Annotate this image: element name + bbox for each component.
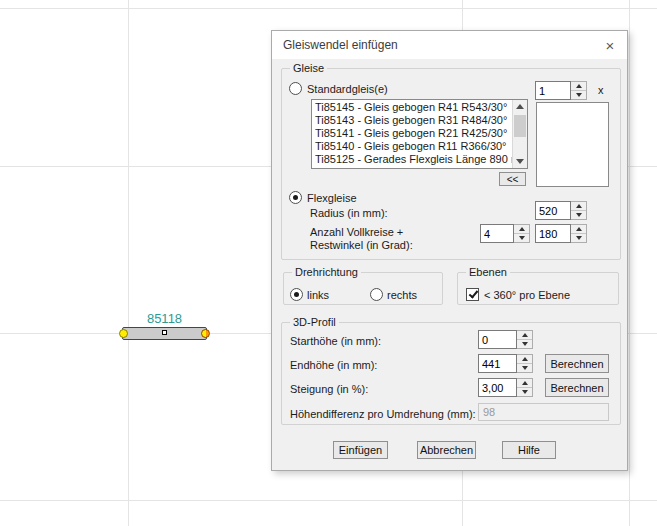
track-endpoint-left[interactable]	[119, 329, 128, 338]
scroll-up-icon[interactable]	[513, 100, 527, 113]
move-left-button[interactable]: <<	[499, 172, 526, 186]
spin-up-icon[interactable]	[517, 355, 532, 364]
spin-down-icon[interactable]	[517, 388, 532, 396]
radio-links-label[interactable]: links	[307, 289, 329, 301]
vollkreise-label-line1: Anzahl Vollkreise +	[310, 226, 403, 238]
restwinkel-input[interactable]	[535, 224, 571, 243]
list-item[interactable]: Ti85140 - Gleis gebogen R11 R366/30°	[315, 140, 512, 153]
close-icon[interactable]: ×	[593, 31, 627, 59]
dialog-title: Gleiswendel einfügen	[283, 38, 398, 52]
endhoehe-label: Endhöhe (in mm):	[290, 359, 377, 371]
vollkreise-stepper	[480, 224, 530, 243]
berechnen-steigung-button[interactable]: Berechnen	[545, 378, 609, 397]
spin-down-icon[interactable]	[517, 340, 532, 348]
steigung-label: Steigung (in %):	[290, 383, 368, 395]
restwinkel-stepper	[535, 224, 587, 243]
starthoehe-label: Starthöhe (in mm):	[290, 335, 381, 347]
starthoehe-stepper	[478, 330, 533, 349]
gridline-horizontal	[0, 500, 657, 501]
spin-down-icon[interactable]	[517, 364, 532, 372]
spin-up-icon[interactable]	[571, 82, 586, 91]
hoehendifferenz-value: 98	[478, 403, 609, 421]
checkbox-360-label[interactable]: < 360° pro Ebene	[484, 289, 570, 301]
spin-down-icon[interactable]	[571, 211, 586, 219]
radio-standardgleise-label[interactable]: Standardgleis(e)	[307, 83, 388, 95]
vollkreise-input[interactable]	[480, 224, 514, 243]
radio-flexgleise[interactable]	[289, 191, 302, 204]
radius-label: Radius (in mm):	[310, 207, 388, 219]
radio-links[interactable]	[290, 288, 303, 301]
group-ebenen-label: Ebenen	[466, 266, 510, 278]
spin-up-icon[interactable]	[571, 225, 586, 234]
vollkreise-label-line2: Restwinkel (in Grad):	[310, 239, 413, 251]
scrollbar-thumb[interactable]	[514, 115, 526, 137]
endhoehe-input[interactable]	[478, 354, 517, 373]
scrollbar-track[interactable]	[513, 113, 527, 155]
checkbox-360-pro-ebene[interactable]	[466, 288, 479, 301]
radius-stepper	[535, 201, 587, 220]
count-stepper	[535, 81, 587, 100]
radio-flexgleise-label[interactable]: Flexgleise	[307, 192, 357, 204]
radius-input[interactable]	[535, 201, 571, 220]
track-midpoint-handle[interactable]	[162, 330, 167, 335]
track-endpoint-right[interactable]	[201, 329, 210, 338]
track-list: Ti85145 - Gleis gebogen R41 R543/30°Ti85…	[312, 100, 512, 168]
abbrechen-button[interactable]: Abbrechen	[417, 441, 476, 459]
gridline-vertical	[629, 0, 630, 526]
dialog-title-bar[interactable]: Gleiswendel einfügen	[272, 31, 627, 59]
group-gleise-label: Gleise	[290, 62, 327, 74]
hoehendifferenz-label: Höhendifferenz pro Umdrehung (mm):	[290, 408, 476, 420]
standard-track-listbox[interactable]: Ti85145 - Gleis gebogen R41 R543/30°Ti85…	[311, 99, 528, 169]
list-item[interactable]: Ti85125 - Gerades Flexgleis Länge 890 m	[315, 153, 512, 166]
starthoehe-input[interactable]	[478, 330, 517, 349]
spin-up-icon[interactable]	[571, 202, 586, 211]
listbox-scrollbar[interactable]	[512, 100, 527, 168]
group-3d-profil-label: 3D-Profil	[290, 316, 339, 328]
selected-tracks-listbox[interactable]	[536, 102, 609, 187]
list-item[interactable]: Ti85143 - Gleis gebogen R31 R484/30°	[315, 114, 512, 127]
radio-standardgleise[interactable]	[289, 82, 302, 95]
spin-down-icon[interactable]	[571, 91, 586, 99]
gridline-vertical	[128, 0, 129, 526]
spin-up-icon[interactable]	[514, 225, 529, 234]
spin-down-icon[interactable]	[571, 234, 586, 242]
gridline-horizontal	[0, 8, 657, 9]
steigung-stepper	[478, 378, 533, 397]
list-item[interactable]: Ti85145 - Gleis gebogen R41 R543/30°	[315, 101, 512, 114]
count-input[interactable]	[535, 81, 571, 100]
hilfe-button[interactable]: Hilfe	[502, 441, 556, 459]
gleiswendel-dialog: Gleiswendel einfügen × Gleise Standardgl…	[271, 30, 628, 471]
einfuegen-button[interactable]: Einfügen	[333, 441, 388, 459]
track-piece-label: 85118	[122, 311, 207, 326]
berechnen-endhoehe-button[interactable]: Berechnen	[545, 354, 609, 373]
radio-rechts-label[interactable]: rechts	[387, 289, 417, 301]
spin-up-icon[interactable]	[517, 379, 532, 388]
steigung-input[interactable]	[478, 378, 517, 397]
spin-down-icon[interactable]	[514, 234, 529, 242]
scroll-down-icon[interactable]	[513, 155, 527, 168]
list-item[interactable]: Ti85141 - Gleis gebogen R21 R425/30°	[315, 127, 512, 140]
endhoehe-stepper	[478, 354, 533, 373]
group-drehrichtung-label: Drehrichtung	[292, 266, 361, 278]
spin-up-icon[interactable]	[517, 331, 532, 340]
radio-rechts[interactable]	[370, 288, 383, 301]
count-suffix-label: x	[598, 84, 604, 96]
